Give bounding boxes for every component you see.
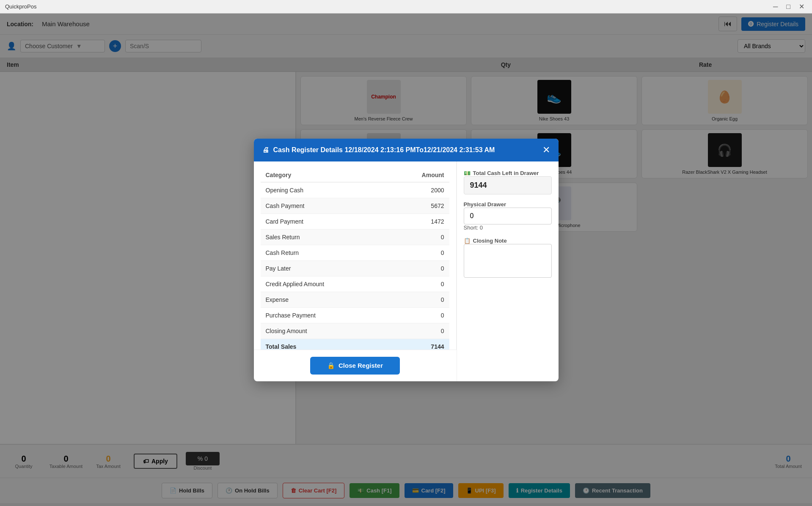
close-register-section: 🔒 Close Register	[254, 350, 457, 381]
amount-cell: 5672	[388, 198, 449, 213]
amount-cell: 7144	[388, 339, 449, 350]
app-area: Location: Main Warehouse ⏮ ⓿ Register De…	[0, 14, 812, 506]
amount-cell: 0	[388, 229, 449, 245]
note-icon: 📋	[464, 238, 471, 244]
table-row: Expense0	[261, 292, 449, 307]
category-cell: Total Sales	[261, 339, 389, 350]
amount-cell: 0	[388, 260, 449, 276]
category-cell: Cash Return	[261, 245, 389, 260]
close-register-button[interactable]: 🔒 Close Register	[310, 357, 400, 375]
amount-cell: 0	[388, 323, 449, 339]
short-text: Short: 0	[464, 224, 552, 231]
modal-header: 🖨 Cash Register Details 12/18/2024 2:13:…	[254, 139, 559, 161]
modal-title-text: Cash Register Details 12/18/2024 2:13:16…	[273, 146, 495, 154]
modal-overlay: 🖨 Cash Register Details 12/18/2024 2:13:…	[0, 14, 812, 506]
physical-drawer-label: Physical Drawer	[464, 201, 552, 208]
category-cell: Expense	[261, 292, 389, 307]
table-row: Credit Applied Amount0	[261, 276, 449, 292]
physical-drawer-input[interactable]	[464, 208, 552, 224]
category-cell: Opening Cash	[261, 182, 389, 198]
amount-cell: 0	[388, 307, 449, 323]
table-row: Purchase Payment0	[261, 307, 449, 323]
table-row: Cash Return0	[261, 245, 449, 260]
lock-icon: 🔒	[327, 362, 335, 369]
close-register-label: Close Register	[339, 362, 383, 369]
closing-note-label: 📋 Closing Note	[464, 238, 552, 244]
total-cash-label: 💵 Total Cash Left in Drawer	[464, 170, 552, 176]
amount-cell: 0	[388, 245, 449, 260]
closing-note-textarea[interactable]	[464, 244, 552, 278]
table-row: Closing Amount0	[261, 323, 449, 339]
register-table: Category Amount Opening Cash2000Cash Pay…	[261, 168, 449, 350]
register-icon: 🖨	[262, 146, 269, 154]
table-row: Pay Later0	[261, 260, 449, 276]
modal-right-section: 💵 Total Cash Left in Drawer 9144 Physica…	[457, 161, 559, 381]
table-header-row: Category Amount	[261, 168, 449, 182]
category-cell: Card Payment	[261, 213, 389, 229]
maximize-button[interactable]: □	[784, 2, 793, 11]
titlebar: QuickproPos ─ □ ✕	[0, 0, 812, 14]
category-cell: Purchase Payment	[261, 307, 389, 323]
category-cell: Closing Amount	[261, 323, 389, 339]
amount-cell: 0	[388, 292, 449, 307]
col-amount-header: Amount	[388, 168, 449, 182]
total-cash-value: 9144	[464, 176, 552, 194]
dollar-icon: 💵	[464, 170, 471, 176]
table-row: Total Sales7144	[261, 339, 449, 350]
modal-left: Category Amount Opening Cash2000Cash Pay…	[254, 161, 457, 381]
category-cell: Pay Later	[261, 260, 389, 276]
table-row: Card Payment1472	[261, 213, 449, 229]
category-cell: Credit Applied Amount	[261, 276, 389, 292]
modal-body: Category Amount Opening Cash2000Cash Pay…	[254, 161, 559, 381]
cash-register-modal: 🖨 Cash Register Details 12/18/2024 2:13:…	[254, 139, 559, 381]
amount-cell: 0	[388, 276, 449, 292]
modal-table-section: Category Amount Opening Cash2000Cash Pay…	[254, 161, 457, 350]
total-cash-block: 💵 Total Cash Left in Drawer 9144	[464, 170, 552, 194]
closing-note-block: 📋 Closing Note	[464, 238, 552, 279]
category-cell: Sales Return	[261, 229, 389, 245]
minimize-button[interactable]: ─	[771, 2, 780, 11]
modal-close-button[interactable]: ✕	[542, 145, 550, 155]
close-button[interactable]: ✕	[796, 2, 807, 11]
amount-cell: 2000	[388, 182, 449, 198]
window-controls: ─ □ ✕	[771, 2, 807, 11]
table-row: Opening Cash2000	[261, 182, 449, 198]
col-category-header: Category	[261, 168, 389, 182]
table-row: Cash Payment5672	[261, 198, 449, 213]
app-title: QuickproPos	[5, 3, 36, 10]
category-cell: Cash Payment	[261, 198, 389, 213]
physical-drawer-block: Physical Drawer Short: 0	[464, 201, 552, 231]
table-row: Sales Return0	[261, 229, 449, 245]
modal-title: 🖨 Cash Register Details 12/18/2024 2:13:…	[262, 146, 495, 154]
amount-cell: 1472	[388, 213, 449, 229]
